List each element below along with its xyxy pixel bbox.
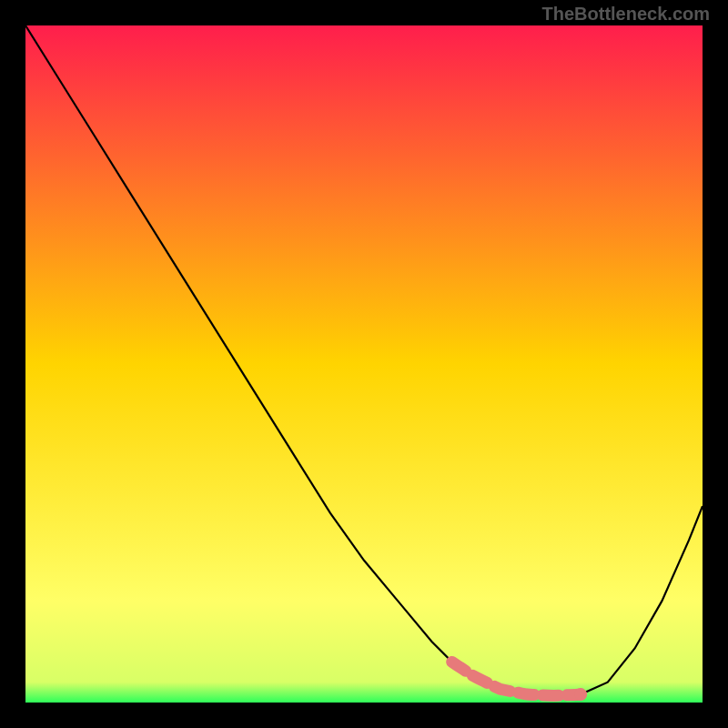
bottleneck-chart [25,25,703,703]
good-region-end-dot [574,688,587,701]
chart-background-gradient [25,25,703,703]
watermark-text: TheBottleneck.com [542,4,710,25]
